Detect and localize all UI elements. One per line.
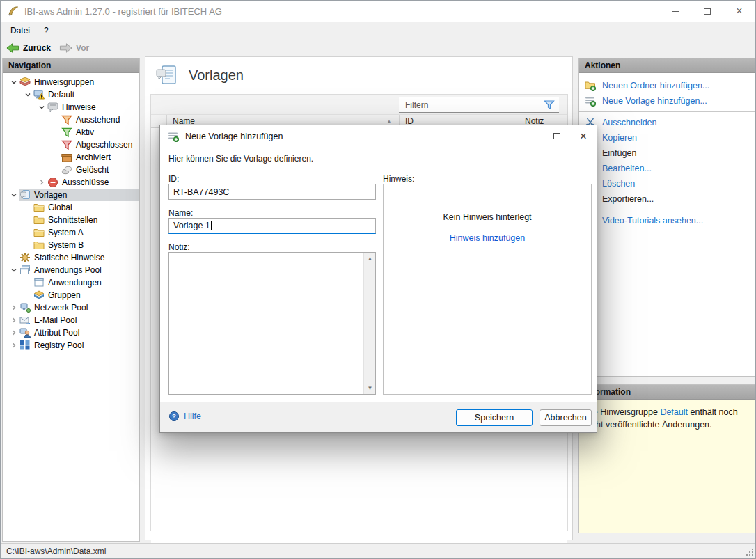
save-button[interactable]: Speichern [456, 409, 533, 426]
dialog-maximize-button[interactable] [544, 125, 570, 147]
tree-item-anwendungs-pool[interactable]: Anwendungs Pool [3, 264, 139, 276]
chevron-down-icon[interactable] [8, 79, 19, 86]
information-header: Information [579, 385, 755, 400]
data-file-path: C:\IBI-aws\Admin\Data.xml [6, 546, 106, 556]
information-panel: Information Die Hinweisgruppe Default en… [578, 384, 755, 533]
tree-item-attribut-pool[interactable]: Attribut Pool [3, 326, 139, 339]
template-add-icon [168, 131, 179, 142]
dialog-minimize-button [517, 125, 544, 147]
tree-item-hinweisgruppen[interactable]: Hinweisgruppen [3, 76, 139, 88]
tree-item-anwendungen[interactable]: Anwendungen [3, 276, 139, 289]
folder-add-icon [585, 80, 596, 91]
menubar: Datei ? [1, 22, 755, 39]
filter-funnel-icon[interactable] [544, 100, 555, 111]
titlebar: IBI-aws Admin 1.27.0 - registriert für I… [1, 1, 755, 22]
panel-splitter-handle[interactable]: ··· [578, 377, 755, 384]
email-icon [19, 315, 31, 326]
registry-grid-icon [19, 340, 31, 351]
back-button[interactable]: Zurück [6, 42, 51, 54]
maximize-button[interactable] [691, 1, 723, 22]
forward-button[interactable]: Vor [59, 42, 89, 54]
group-stack-icon [19, 77, 31, 88]
funnel-red-icon [61, 139, 72, 150]
monitor-warning-icon [33, 89, 45, 100]
help-link[interactable]: ? Hilfe [168, 411, 201, 422]
navigation-header: Navigation [3, 58, 139, 73]
tree-item-hinweise[interactable]: Hinweise [3, 101, 139, 113]
tree-item-default[interactable]: Default [3, 88, 139, 101]
folder-icon [33, 227, 45, 238]
network-icon [19, 302, 31, 313]
hinweis-add-link[interactable]: Hinweis hinzufügen [450, 233, 525, 243]
minimize-button[interactable] [659, 1, 691, 22]
action-neue-vorlage-hinzufügen[interactable]: Neue Vorlage hinzufügen... [579, 93, 755, 109]
notiz-scrollbar[interactable]: ▲ ▼ [363, 253, 375, 394]
tree-item-registry-pool[interactable]: Registry Pool [3, 339, 139, 352]
menu-datei[interactable]: Datei [3, 22, 37, 39]
back-arrow-icon [6, 42, 19, 54]
tree-item-archiviert[interactable]: Archiviert [3, 151, 139, 164]
app-window-icon [33, 277, 45, 288]
scroll-down-icon[interactable]: ▼ [364, 382, 376, 394]
tree-item-aktiv[interactable]: Aktiv [3, 126, 139, 139]
tree-item-statische-hinweise[interactable]: Statische Hinweise [3, 251, 139, 264]
chevron-down-icon[interactable] [8, 191, 19, 198]
dialog-close-button[interactable]: × [570, 125, 597, 147]
cancel-button[interactable]: Abbrechen [540, 409, 592, 426]
action-list: Neuen Ordner hinzufügen...Neue Vorlage h… [579, 73, 755, 228]
default-group-link[interactable]: Default [660, 407, 688, 417]
action-bearbeiten[interactable]: Bearbeiten... [579, 161, 755, 176]
action-ausschneiden[interactable]: Ausschneiden [579, 115, 755, 130]
tree-item-global[interactable]: Global [3, 201, 139, 214]
close-button[interactable]: × [723, 1, 755, 22]
tree-item-e-mail-pool[interactable]: E-Mail Pool [3, 314, 139, 326]
chevron-down-icon[interactable] [22, 91, 33, 98]
chevron-right-icon[interactable] [8, 317, 19, 324]
sort-asc-icon: ▲ [386, 118, 392, 125]
tree-item-gelöscht[interactable]: Gelöscht [3, 164, 139, 176]
folder-icon [33, 239, 45, 251]
static-gear-icon [19, 252, 31, 263]
chevron-right-icon[interactable] [8, 304, 19, 311]
chevron-down-icon[interactable] [36, 104, 47, 111]
app-logo-icon [8, 6, 19, 17]
chevron-right-icon[interactable] [36, 179, 47, 186]
notiz-label: Notiz: [168, 242, 190, 252]
navigation-panel: Navigation HinweisgruppenDefaultHinweise… [2, 58, 140, 542]
action-löschen[interactable]: Löschen [579, 176, 755, 191]
tree-item-abgeschlossen[interactable]: Abgeschlossen [3, 139, 139, 151]
action-neuen-ordner-hinzufügen[interactable]: Neuen Ordner hinzufügen... [579, 78, 755, 93]
forward-arrow-icon [59, 42, 72, 54]
funnel-green-icon [61, 127, 72, 138]
tree-item-netzwerk-pool[interactable]: Netzwerk Pool [3, 301, 139, 314]
dialog-titlebar: Neue Vorlage hinzufügen × [160, 125, 597, 147]
tree-item-ausstehend[interactable]: Ausstehend [3, 113, 139, 126]
notiz-field[interactable]: ▲ ▼ [168, 252, 376, 395]
menu-help[interactable]: ? [37, 22, 56, 39]
resize-grip[interactable] [744, 546, 754, 556]
chevron-right-icon[interactable] [8, 329, 19, 336]
hinweis-label: Hinweis: [383, 174, 414, 184]
app-pool-icon [19, 265, 31, 276]
window-title: IBI-aws Admin 1.27.0 - registriert für I… [24, 6, 222, 17]
hinweis-empty-text: Kein Hinweis hinterlegt [384, 212, 591, 222]
tree-item-schnittstellen[interactable]: Schnittstellen [3, 214, 139, 226]
action-exportieren: Exportieren... [579, 191, 755, 207]
tree-item-system-a[interactable]: System A [3, 226, 139, 239]
person-monitor-icon [19, 327, 31, 338]
filter-input[interactable]: Filtern [399, 97, 559, 113]
tree-item-system-b[interactable]: System B [3, 239, 139, 251]
name-field[interactable]: Vorlage 1 [168, 218, 376, 234]
id-field[interactable]: RT-BA77493C [168, 184, 376, 200]
chevron-right-icon[interactable] [8, 342, 19, 349]
action-kopieren[interactable]: Kopieren [579, 130, 755, 145]
exclude-icon [47, 177, 58, 188]
chevron-down-icon[interactable] [8, 267, 19, 274]
action-video-tutorials-ansehen[interactable]: Video-Tutorials ansehen... [579, 213, 755, 228]
tree-item-ausschlüsse[interactable]: Ausschlüsse [3, 176, 139, 189]
action-einfügen: Einfügen [579, 145, 755, 161]
tree-item-gruppen[interactable]: Gruppen [3, 289, 139, 301]
scroll-up-icon[interactable]: ▲ [364, 253, 376, 265]
vorlagen-page-icon [155, 64, 178, 88]
tree-item-vorlagen[interactable]: Vorlagen [3, 189, 139, 201]
